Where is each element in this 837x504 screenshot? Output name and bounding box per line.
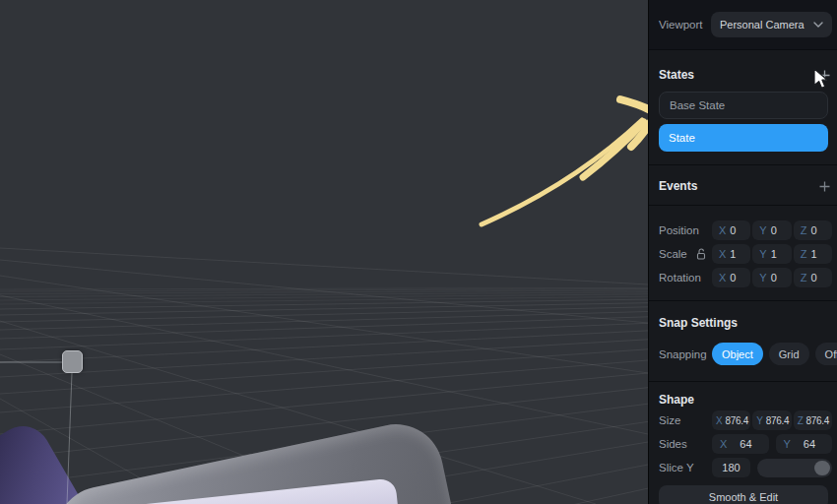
field-value: 1: [771, 248, 777, 260]
slice-y-row: Slice Y 180: [659, 458, 832, 477]
snapping-label: Snapping: [659, 348, 712, 360]
field-value: 0: [810, 272, 816, 284]
snap-settings-section: Snap Settings Snapping Object Grid Off: [649, 301, 837, 382]
size-y-field[interactable]: Y876.4: [752, 410, 791, 430]
scale-z-field[interactable]: Z1: [794, 244, 832, 264]
snapping-option-object[interactable]: Object: [712, 343, 763, 365]
snapping-option-grid[interactable]: Grid: [769, 343, 809, 365]
field-value: 0: [730, 224, 736, 236]
events-title: Events: [659, 179, 697, 193]
field-value: 1: [810, 248, 816, 260]
smooth-edit-button[interactable]: Smooth & Edit: [659, 485, 828, 504]
axis-label: X: [719, 248, 726, 260]
position-y-field[interactable]: Y0: [752, 220, 791, 240]
unlock-icon[interactable]: [696, 248, 706, 260]
cube-drag-handle[interactable]: [62, 350, 83, 373]
camera-dropdown[interactable]: Personal Camera: [711, 12, 832, 37]
size-row: Size X876.4 Y876.4 Z876.4: [659, 410, 832, 430]
rotation-label: Rotation: [659, 272, 712, 284]
snapping-row: Snapping Object Grid Off: [659, 343, 832, 365]
rotation-z-field[interactable]: Z0: [794, 268, 832, 287]
field-value: 0: [730, 272, 736, 284]
axis-label: Y: [784, 438, 791, 450]
properties-panel: Viewport Personal Camera States Base Sta…: [648, 0, 837, 504]
field-value: 180: [722, 462, 740, 473]
rounded-cube-3d-object[interactable]: [47, 415, 466, 504]
viewport-label: Viewport: [659, 19, 703, 31]
rotation-x-field[interactable]: X0: [712, 268, 750, 287]
field-value: 64: [740, 438, 751, 450]
position-row: Position X0 Y0 Z0: [659, 220, 832, 240]
slice-y-field[interactable]: 180: [712, 458, 750, 477]
axis-label: Y: [759, 224, 766, 236]
viewport-row: Viewport Personal Camera: [649, 0, 837, 50]
shape-section: Shape Size X876.4 Y876.4 Z876.4 Sides X6…: [649, 382, 837, 504]
annotation-arrow-icon: [0, 0, 648, 504]
field-value: 64: [804, 438, 815, 450]
field-value: 1: [730, 248, 736, 260]
slice-y-slider[interactable]: [757, 459, 832, 477]
size-label: Size: [659, 414, 712, 426]
camera-dropdown-value: Personal Camera: [720, 19, 813, 31]
sides-row: Sides X64 Y64: [659, 434, 832, 454]
field-value: 876.4: [805, 415, 829, 426]
slice-y-label: Slice Y: [659, 462, 712, 473]
states-section: States Base State State: [649, 50, 837, 165]
state-item-label: State: [669, 132, 695, 144]
chevron-down-icon: [813, 22, 823, 28]
scale-label: Scale: [659, 248, 712, 260]
scale-label-text: Scale: [659, 248, 687, 260]
events-section: Events: [649, 165, 837, 206]
object-guide-lines: [0, 0, 648, 504]
plus-icon: [819, 181, 830, 192]
size-z-field[interactable]: Z876.4: [794, 410, 832, 430]
rotation-y-field[interactable]: Y0: [752, 268, 791, 287]
shape-title: Shape: [659, 393, 694, 407]
axis-label: X: [719, 224, 726, 236]
axis-label: Y: [756, 415, 762, 426]
add-event-button[interactable]: [816, 178, 832, 194]
axis-label: Y: [759, 248, 766, 260]
sides-y-field[interactable]: Y64: [776, 434, 833, 454]
scale-y-field[interactable]: Y1: [752, 244, 791, 264]
scale-row: Scale X1 Y1 Z1: [659, 244, 832, 264]
snap-settings-title: Snap Settings: [659, 316, 738, 330]
position-x-field[interactable]: X0: [712, 220, 750, 240]
snapping-option-off[interactable]: Off: [815, 343, 837, 365]
axis-label: Z: [801, 272, 807, 284]
rotation-row: Rotation X0 Y0 Z0: [659, 268, 832, 287]
field-value: 0: [810, 224, 816, 236]
state-item-label: Base State: [670, 99, 725, 111]
sides-label: Sides: [659, 438, 712, 450]
axis-label: Z: [801, 248, 807, 260]
position-label: Position: [659, 224, 712, 236]
axis-label: Z: [798, 415, 804, 426]
scale-x-field[interactable]: X1: [712, 244, 750, 264]
app-window: Viewport Personal Camera States Base Sta…: [0, 0, 837, 504]
field-value: 0: [771, 224, 777, 236]
state-item-state-selected[interactable]: State: [659, 124, 828, 152]
mouse-cursor-icon: [813, 68, 831, 92]
sides-x-field[interactable]: X64: [712, 434, 769, 454]
3d-viewport[interactable]: [0, 0, 648, 504]
field-value: 876.4: [766, 415, 790, 426]
size-x-field[interactable]: X876.4: [712, 410, 750, 430]
field-value: 876.4: [725, 415, 748, 426]
axis-label: Y: [759, 272, 766, 284]
position-z-field[interactable]: Z0: [794, 220, 832, 240]
transform-section: Position X0 Y0 Z0 Scale X1 Y1: [649, 206, 837, 301]
axis-label: Z: [801, 224, 807, 236]
slider-knob[interactable]: [814, 461, 830, 475]
perspective-grid: [0, 0, 648, 504]
axis-label: X: [720, 438, 727, 450]
states-title: States: [659, 68, 694, 82]
axis-label: X: [719, 272, 726, 284]
field-value: 0: [771, 272, 777, 284]
state-item-base-state[interactable]: Base State: [659, 92, 828, 119]
axis-label: X: [716, 415, 722, 426]
